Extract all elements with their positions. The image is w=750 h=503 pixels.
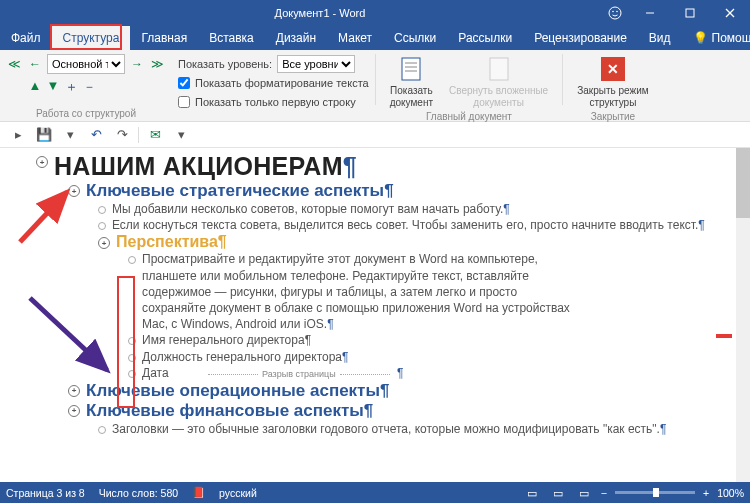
quick-access-toolbar: ▸ 💾 ▾ ↶ ↷ ✉ ▾	[0, 122, 750, 148]
maximize-button[interactable]	[670, 0, 710, 26]
show-formatting-label: Показать форматирование текста	[195, 77, 369, 89]
window-title: Документ1 - Word	[40, 7, 600, 19]
svg-rect-7	[402, 58, 420, 80]
tab-file[interactable]: Файл	[0, 26, 52, 50]
ribbon-tabs: Файл Структура Главная Вставка Дизайн Ма…	[0, 26, 750, 50]
document-area[interactable]: НАШИМ АКЦИОНЕРАМ¶ Ключевые стратегически…	[0, 148, 750, 482]
promote-to-h1-button[interactable]: ≪	[6, 57, 23, 71]
move-up-button[interactable]: ▲	[28, 78, 42, 96]
expand-button[interactable]: ＋	[64, 78, 78, 96]
tab-review[interactable]: Рецензирование	[523, 26, 638, 50]
outline-bullet-plus[interactable]	[68, 405, 80, 417]
statusbar: Страница 3 из 8 Число слов: 580 📕 русски…	[0, 482, 750, 503]
outline-bullet[interactable]	[98, 222, 106, 230]
show-level-label: Показать уровень:	[178, 58, 272, 70]
master-doc-group: Показать документ Свернуть вложенные док…	[376, 50, 562, 121]
group-label: Закрытие	[569, 109, 656, 124]
dropdown-icon[interactable]: ▾	[171, 125, 191, 145]
outline-bullet[interactable]	[128, 337, 136, 345]
tab-view[interactable]: Вид	[638, 26, 682, 50]
outline-tools-group: ≪ ← Основной т… → ≫ ▲ ▼ ＋ － Работа со ст…	[0, 50, 172, 121]
demote-to-body-button[interactable]: ≫	[149, 57, 166, 71]
tab-references[interactable]: Ссылки	[383, 26, 447, 50]
minimize-button[interactable]	[630, 0, 670, 26]
collapse-subdocs-button: Свернуть вложенные документы	[441, 53, 556, 109]
spellcheck-icon[interactable]: 📕	[192, 486, 205, 499]
collapse-icon	[484, 55, 514, 83]
body-text[interactable]: Должность генерального директора¶	[142, 349, 348, 365]
scrollbar-thumb[interactable]	[736, 148, 750, 218]
heading-3[interactable]: Перспектива	[116, 233, 218, 250]
outline-bullet[interactable]	[128, 370, 136, 378]
document-icon	[396, 55, 426, 83]
page-break-marker: Разрыв страницы	[204, 369, 394, 379]
tell-me[interactable]: 💡Помощ…	[682, 26, 750, 50]
outline-bullet[interactable]	[98, 426, 106, 434]
tab-mailings[interactable]: Рассылки	[447, 26, 523, 50]
outline-bullet-plus[interactable]	[68, 185, 80, 197]
heading-2[interactable]: Ключевые операционные аспекты	[86, 381, 380, 400]
outline-bullet-plus[interactable]	[98, 237, 110, 249]
heading-2[interactable]: Ключевые финансовые аспекты	[86, 401, 364, 420]
tab-outline[interactable]: Структура	[52, 26, 131, 50]
body-text[interactable]: Если коснуться текста совета, выделится …	[112, 217, 705, 233]
close-outline-button[interactable]: ✕ Закрыть режим структуры	[569, 53, 656, 109]
body-text[interactable]: Просматривайте и редактируйте этот докум…	[142, 251, 572, 332]
word-count[interactable]: Число слов: 580	[99, 487, 178, 499]
outline-bullet-plus[interactable]	[68, 385, 80, 397]
zoom-slider[interactable]	[615, 491, 695, 494]
close-group: ✕ Закрыть режим структуры Закрытие	[563, 50, 662, 121]
svg-rect-11	[490, 58, 508, 80]
outline-level-select[interactable]: Основной т…	[47, 54, 125, 74]
outline-bullet[interactable]	[128, 354, 136, 362]
page-indicator[interactable]: Страница 3 из 8	[6, 487, 85, 499]
group-label: Главный документ	[382, 109, 556, 124]
language-indicator[interactable]: русский	[219, 487, 257, 499]
email-icon[interactable]: ✉	[145, 125, 165, 145]
zoom-in-button[interactable]: +	[703, 487, 709, 499]
web-layout-icon[interactable]: ▭	[575, 486, 593, 500]
show-first-line-checkbox[interactable]	[178, 96, 190, 108]
svg-point-1	[612, 11, 614, 13]
lightbulb-icon: 💡	[693, 31, 708, 45]
body-text[interactable]: Дата Разрыв страницы ¶	[142, 365, 403, 381]
body-text[interactable]: Заголовки — это обычные заголовки годово…	[112, 421, 666, 437]
show-first-line-label: Показать только первую строку	[195, 96, 356, 108]
change-marker	[716, 334, 732, 338]
collapse-button[interactable]: －	[82, 78, 96, 96]
outline-bullet[interactable]	[128, 256, 136, 264]
zoom-level[interactable]: 100%	[717, 487, 744, 499]
body-text[interactable]: Мы добавили несколько советов, которые п…	[112, 201, 510, 217]
redo-icon[interactable]: ↷	[112, 125, 132, 145]
vertical-scrollbar[interactable]	[736, 148, 750, 482]
expand-icon[interactable]: ▸	[8, 125, 28, 145]
group-label: Работа со структурой	[6, 106, 166, 121]
show-document-button[interactable]: Показать документ	[382, 53, 441, 109]
show-level-select[interactable]: Все уровни	[277, 55, 355, 73]
outline-bullet-plus[interactable]	[36, 156, 48, 168]
heading-1[interactable]: НАШИМ АКЦИОНЕРАМ	[54, 152, 343, 180]
show-formatting-checkbox[interactable]	[178, 77, 190, 89]
body-text[interactable]: Имя генерального директора¶	[142, 332, 311, 348]
print-layout-icon[interactable]: ▭	[549, 486, 567, 500]
outline-bullet[interactable]	[98, 206, 106, 214]
promote-button[interactable]: ←	[27, 57, 43, 71]
titlebar: Документ1 - Word	[0, 0, 750, 26]
ribbon: ≪ ← Основной т… → ≫ ▲ ▼ ＋ － Работа со ст…	[0, 50, 750, 122]
feedback-icon[interactable]	[600, 6, 630, 20]
zoom-out-button[interactable]: −	[601, 487, 607, 499]
dropdown-icon[interactable]: ▾	[60, 125, 80, 145]
tab-insert[interactable]: Вставка	[198, 26, 265, 50]
tab-design[interactable]: Дизайн	[265, 26, 327, 50]
svg-rect-4	[686, 9, 694, 17]
close-icon: ✕	[601, 57, 625, 81]
undo-icon[interactable]: ↶	[86, 125, 106, 145]
heading-2[interactable]: Ключевые стратегические аспекты	[86, 181, 384, 200]
save-icon[interactable]: 💾	[34, 125, 54, 145]
close-button[interactable]	[710, 0, 750, 26]
move-down-button[interactable]: ▼	[46, 78, 60, 96]
tab-home[interactable]: Главная	[130, 26, 198, 50]
demote-button[interactable]: →	[129, 57, 145, 71]
read-mode-icon[interactable]: ▭	[523, 486, 541, 500]
tab-layout[interactable]: Макет	[327, 26, 383, 50]
